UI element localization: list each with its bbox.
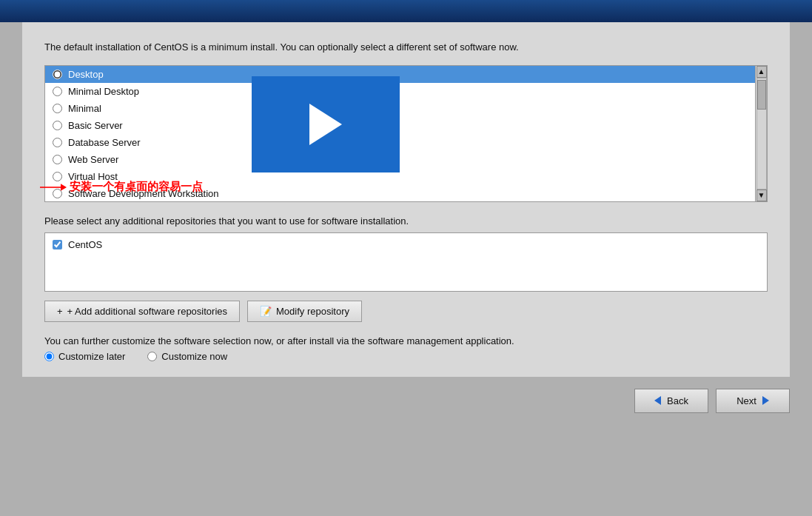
repositories-box: CentOS: [44, 232, 768, 292]
customize-radios: Customize later Customize now: [44, 351, 768, 362]
customize-description: You can further customize the software s…: [44, 335, 768, 346]
next-label: Next: [736, 395, 756, 406]
video-player[interactable]: [252, 76, 400, 172]
customize-now-label[interactable]: Customize now: [147, 351, 227, 362]
label-database-server: Database Server: [68, 137, 141, 148]
back-label: Back: [667, 395, 688, 406]
annotation: 安装一个有桌面的容易一点: [37, 180, 203, 195]
play-button-icon: [309, 104, 342, 145]
list-item-basic-server[interactable]: Basic Server: [45, 117, 767, 134]
action-buttons: + + Add additional software repositories…: [44, 301, 768, 322]
list-item-minimal[interactable]: Minimal: [45, 100, 767, 117]
arrow-icon: [37, 180, 67, 195]
radio-basic-server[interactable]: [53, 121, 62, 130]
list-item-database-server[interactable]: Database Server: [45, 134, 767, 151]
centos-repo-label[interactable]: CentOS: [53, 239, 102, 250]
label-web-server: Web Server: [68, 154, 118, 165]
customize-later-radio[interactable]: [44, 352, 54, 361]
top-banner: [0, 0, 812, 22]
centos-repo-checkbox[interactable]: [53, 240, 62, 249]
annotation-text: 安装一个有桌面的容易一点: [70, 180, 203, 194]
scrollbar-down[interactable]: ▼: [756, 190, 767, 201]
list-item-desktop[interactable]: Desktop: [45, 66, 767, 83]
description-text: The default installation of CentOS is a …: [44, 40, 768, 55]
scrollbar-up[interactable]: ▲: [756, 66, 767, 78]
nav-buttons: Back Next: [0, 377, 812, 425]
label-minimal-desktop: Minimal Desktop: [68, 86, 139, 97]
modify-repo-button[interactable]: 📝 Modify repository: [247, 301, 362, 322]
scrollbar[interactable]: ▲ ▼: [755, 66, 767, 201]
edit-icon: 📝: [260, 306, 272, 317]
add-repos-button[interactable]: + + Add additional software repositories: [44, 301, 240, 322]
next-button[interactable]: Next: [716, 389, 790, 413]
modify-repo-label: Modify repository: [276, 306, 349, 317]
radio-database-server[interactable]: [53, 138, 62, 147]
customize-later-text: Customize later: [58, 351, 125, 362]
add-repos-label: + Add additional software repositories: [67, 306, 227, 317]
radio-minimal[interactable]: [53, 104, 62, 113]
customize-section: You can further customize the software s…: [44, 335, 768, 362]
add-icon: +: [57, 306, 63, 317]
scrollbar-track[interactable]: [756, 78, 767, 190]
list-item-web-server[interactable]: Web Server: [45, 151, 767, 168]
customize-later-label[interactable]: Customize later: [44, 351, 125, 362]
centos-repo-text: CentOS: [68, 239, 102, 250]
back-arrow-icon: [654, 396, 661, 405]
next-arrow-icon: [762, 396, 769, 405]
list-item-minimal-desktop[interactable]: Minimal Desktop: [45, 83, 767, 100]
radio-minimal-desktop[interactable]: [53, 87, 62, 96]
repositories-label: Please select any additional repositorie…: [44, 215, 768, 227]
customize-now-radio[interactable]: [147, 352, 157, 361]
label-desktop: Desktop: [68, 69, 104, 80]
back-button[interactable]: Back: [634, 389, 708, 413]
label-minimal: Minimal: [68, 103, 101, 114]
customize-now-text: Customize now: [161, 351, 227, 362]
svg-marker-1: [61, 184, 67, 191]
radio-desktop[interactable]: [53, 70, 62, 79]
radio-web-server[interactable]: [53, 155, 62, 164]
scrollbar-thumb[interactable]: [757, 80, 766, 110]
main-content: The default installation of CentOS is a …: [22, 22, 790, 377]
label-basic-server: Basic Server: [68, 120, 123, 131]
